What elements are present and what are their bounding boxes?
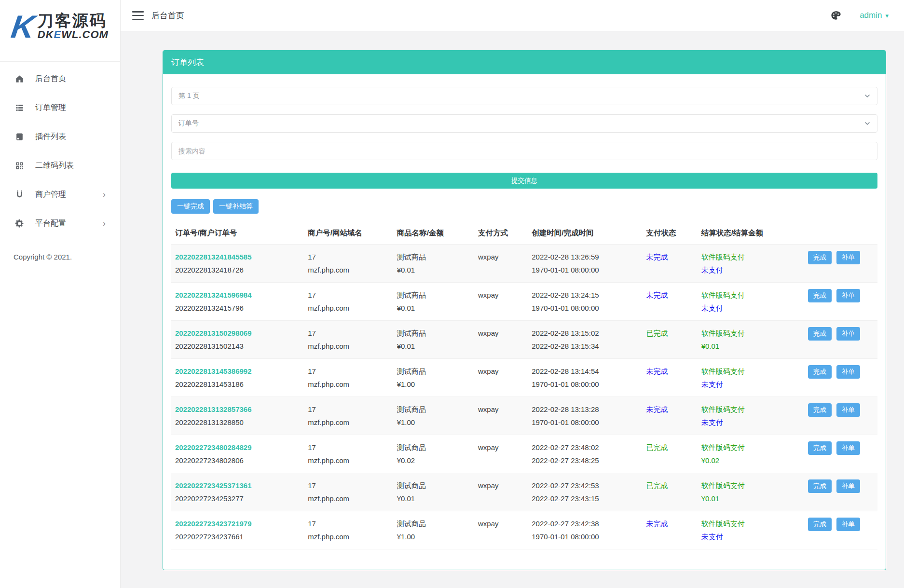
pay-method-cell: wxpay: [474, 321, 528, 359]
submit-button[interactable]: 提交信息: [171, 173, 877, 189]
order-no-link[interactable]: 2022022723425371361: [175, 479, 252, 492]
col-header-merchant: 商户号/网站域名: [304, 222, 393, 245]
order-no-link[interactable]: 2022022723480284829: [175, 441, 252, 454]
settle-cell: 软件版码支付 ¥0.01: [698, 321, 792, 359]
sidebar-item-dashboard[interactable]: 后台首页: [0, 64, 120, 93]
complete-button[interactable]: 完成: [808, 479, 832, 493]
pay-status-cell: 未完成: [642, 397, 697, 435]
search-input[interactable]: [171, 142, 877, 160]
product-name: 测试商品: [397, 443, 426, 451]
settle-status: 软件版码支付: [701, 253, 745, 261]
sidebar-item-platform-config[interactable]: 平台配置 ›: [0, 209, 120, 238]
patch-order-button[interactable]: 补单: [836, 518, 860, 531]
merchant-id: 17: [308, 520, 316, 528]
page-select-value: 第 1 页: [178, 92, 200, 100]
merchant-domain: mzf.php.com: [308, 456, 349, 465]
merchant-order-no: 20220228132418726: [175, 266, 244, 274]
settle-cell: 软件版码支付 ¥0.02: [698, 435, 792, 473]
qrcode-icon: [14, 160, 25, 171]
complete-button[interactable]: 完成: [808, 289, 832, 302]
order-no-link[interactable]: 2022022813150298069: [175, 327, 252, 340]
merchant-domain: mzf.php.com: [308, 266, 349, 274]
col-header-product: 商品名称/金额: [393, 222, 474, 245]
merchant-order-no: 20220227234253277: [175, 494, 244, 503]
complete-button[interactable]: 完成: [808, 518, 832, 531]
patch-order-button[interactable]: 补单: [836, 251, 860, 264]
sidebar-divider: [0, 240, 120, 240]
order-no-cell: 2022022813132857366 20220228131328850: [171, 397, 304, 435]
complete-button[interactable]: 完成: [808, 327, 832, 341]
user-dropdown[interactable]: admin ▾: [860, 11, 889, 20]
sidebar-item-plugins[interactable]: 插件列表: [0, 122, 120, 151]
order-no-cell: 2022022723423721979 20220227234237661: [171, 511, 304, 549]
settle-status: 软件版码支付: [701, 481, 745, 490]
col-header-order-no: 订单号/商户订单号: [171, 222, 304, 245]
search-type-value: 订单号: [178, 119, 199, 128]
times-cell: 2022-02-28 13:24:15 1970-01-01 08:00:00: [528, 283, 642, 321]
complete-button[interactable]: 完成: [808, 251, 832, 264]
row-actions-cell: 完成 补单: [792, 397, 877, 435]
search-type-select[interactable]: 订单号: [171, 114, 877, 133]
sidebar-item-qrcodes[interactable]: 二维码列表: [0, 151, 120, 180]
times-cell: 2022-02-28 13:14:54 1970-01-01 08:00:00: [528, 359, 642, 397]
page-select[interactable]: 第 1 页: [171, 87, 877, 105]
settle-value: 未支付: [701, 266, 723, 274]
product-amount: ¥1.00: [397, 380, 415, 388]
merchant-icon: [14, 189, 25, 200]
panel-body: 第 1 页 订单号 提交信息 一键完成 一键补结算: [163, 74, 886, 570]
complete-button[interactable]: 完成: [808, 403, 832, 417]
pay-status: 已完成: [646, 481, 668, 490]
settle-value: ¥0.01: [701, 342, 720, 350]
col-header-actions: [792, 222, 877, 245]
pay-status-cell: 未完成: [642, 245, 697, 283]
sidebar-item-label: 后台首页: [35, 74, 106, 84]
page-title: 后台首页: [151, 10, 184, 21]
patch-order-button[interactable]: 补单: [836, 365, 860, 379]
pay-method-cell: wxpay: [474, 245, 528, 283]
order-no-link[interactable]: 2022022813132857366: [175, 403, 252, 416]
patch-order-button[interactable]: 补单: [836, 289, 860, 302]
pay-status-cell: 未完成: [642, 283, 697, 321]
pay-status: 未完成: [646, 367, 668, 375]
complete-all-button[interactable]: 一键完成: [171, 199, 210, 214]
complete-button[interactable]: 完成: [808, 365, 832, 379]
completed-at: 2022-02-27 23:48:25: [532, 456, 599, 465]
pay-method-cell: wxpay: [474, 283, 528, 321]
completed-at: 2022-02-27 23:43:15: [532, 494, 599, 503]
order-no-link[interactable]: 2022022813241596984: [175, 288, 252, 301]
order-no-link[interactable]: 2022022723423721979: [175, 517, 252, 530]
product-amount: ¥0.01: [397, 304, 415, 312]
order-no-link[interactable]: 2022022813145386992: [175, 365, 252, 378]
product-cell: 测试商品 ¥0.01: [393, 283, 474, 321]
product-amount: ¥1.00: [397, 533, 415, 541]
settle-value: 未支付: [701, 304, 723, 312]
sidebar-item-merchants[interactable]: 商户管理 ›: [0, 180, 120, 209]
patch-order-button[interactable]: 补单: [836, 441, 860, 455]
sidebar-item-orders[interactable]: 订单管理: [0, 93, 120, 122]
pay-method-cell: wxpay: [474, 435, 528, 473]
settle-value: ¥0.02: [701, 456, 720, 465]
created-at: 2022-02-28 13:14:54: [532, 367, 599, 375]
times-cell: 2022-02-28 13:26:59 1970-01-01 08:00:00: [528, 245, 642, 283]
merchant-cell: 17 mzf.php.com: [304, 511, 393, 549]
hamburger-menu-icon[interactable]: [132, 11, 144, 20]
merchant-order-no: 20220228131328850: [175, 418, 244, 426]
completed-at: 2022-02-28 13:15:34: [532, 342, 599, 350]
col-header-times: 创建时间/完成时间: [528, 222, 642, 245]
brand-name-cn: 刀客源码: [38, 13, 109, 29]
times-cell: 2022-02-27 23:42:53 2022-02-27 23:43:15: [528, 473, 642, 511]
username: admin: [860, 11, 882, 20]
complete-button[interactable]: 完成: [808, 441, 832, 455]
patch-order-button[interactable]: 补单: [836, 479, 860, 493]
order-no-link[interactable]: 2022022813241845585: [175, 250, 252, 263]
settle-all-button[interactable]: 一键补结算: [213, 199, 259, 214]
pay-status: 未完成: [646, 520, 668, 528]
gear-icon: [14, 218, 25, 229]
merchant-cell: 17 mzf.php.com: [304, 397, 393, 435]
brand-logo[interactable]: K 刀客源码 DKEWL.COM: [0, 0, 120, 62]
patch-order-button[interactable]: 补单: [836, 403, 860, 417]
theme-palette-icon[interactable]: [831, 10, 841, 21]
chevron-down-icon: [863, 120, 871, 127]
times-cell: 2022-02-28 13:15:02 2022-02-28 13:15:34: [528, 321, 642, 359]
patch-order-button[interactable]: 补单: [836, 327, 860, 341]
